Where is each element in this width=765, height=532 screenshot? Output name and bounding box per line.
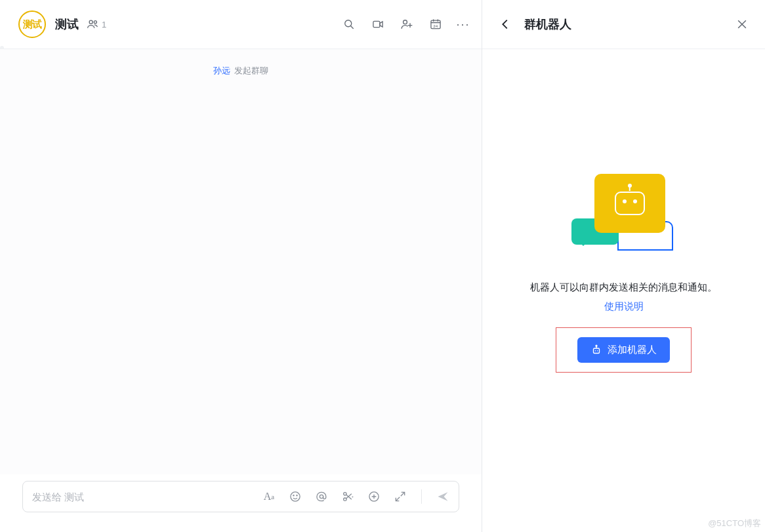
emoji-icon[interactable] — [289, 490, 302, 503]
svg-text:24: 24 — [433, 24, 438, 28]
video-icon[interactable] — [371, 18, 384, 31]
chat-area: 测试 测试 1 24 — [0, 0, 482, 532]
panel-header: 群机器人 — [482, 0, 765, 49]
side-panel: 群机器人 机器人可以向群内发送相关的消息和通知。 使用说明 添加机器人 — [482, 0, 765, 532]
close-icon[interactable] — [735, 17, 749, 31]
panel-title: 群机器人 — [524, 16, 571, 32]
svg-point-15 — [596, 345, 597, 346]
svg-point-17 — [597, 350, 598, 351]
add-robot-label: 添加机器人 — [608, 344, 657, 356]
chat-header: 测试 测试 1 24 — [0, 0, 482, 49]
members-icon — [87, 18, 100, 31]
add-robot-button[interactable]: 添加机器人 — [577, 337, 670, 363]
calendar-icon[interactable]: 24 — [429, 18, 442, 31]
add-icon[interactable] — [367, 490, 381, 503]
format-icon[interactable]: Aa — [262, 490, 276, 503]
member-count-value: 1 — [102, 20, 106, 30]
system-message: 孙远 发起群聊 — [0, 49, 482, 92]
member-count[interactable]: 1 — [87, 18, 106, 31]
mention-icon[interactable] — [315, 490, 328, 503]
svg-point-4 — [403, 20, 407, 24]
svg-point-7 — [291, 492, 300, 501]
svg-point-1 — [94, 21, 96, 24]
expand-icon[interactable] — [394, 490, 407, 503]
svg-rect-3 — [373, 21, 380, 27]
svg-point-16 — [595, 350, 596, 351]
panel-description: 机器人可以向群内发送相关的消息和通知。 — [530, 281, 717, 294]
group-avatar[interactable]: 测试 — [18, 10, 46, 38]
chat-title: 测试 — [55, 16, 79, 32]
system-action: 发起群聊 — [234, 66, 268, 75]
back-icon[interactable] — [498, 17, 512, 31]
usage-link[interactable]: 使用说明 — [604, 300, 644, 313]
svg-point-0 — [89, 20, 93, 24]
message-area: 孙远 发起群聊 — [0, 49, 482, 474]
svg-point-10 — [320, 495, 323, 498]
message-input[interactable] — [32, 491, 262, 502]
send-icon[interactable] — [436, 490, 449, 503]
scissors-icon[interactable] — [341, 490, 354, 503]
svg-point-2 — [345, 20, 352, 27]
search-icon[interactable] — [342, 18, 356, 31]
svg-rect-14 — [594, 348, 600, 354]
highlight-box: 添加机器人 — [556, 327, 692, 373]
composer-separator — [421, 489, 422, 504]
svg-point-9 — [297, 495, 297, 496]
panel-body: 机器人可以向群内发送相关的消息和通知。 使用说明 添加机器人 — [482, 49, 765, 532]
add-member-icon[interactable] — [400, 18, 413, 31]
watermark: @51CTO博客 — [708, 518, 761, 529]
svg-point-8 — [293, 495, 294, 496]
robot-illustration — [565, 174, 683, 259]
more-icon[interactable]: ··· — [457, 18, 470, 31]
chat-actions: 24 ··· — [342, 18, 470, 31]
system-user[interactable]: 孙远 — [213, 66, 230, 75]
composer: Aa — [22, 481, 459, 512]
